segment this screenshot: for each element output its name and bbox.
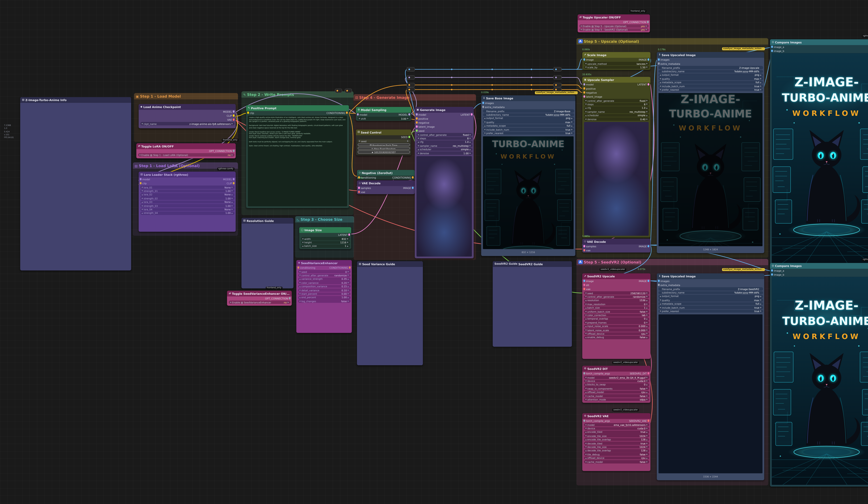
compare-image-preview[interactable] (772, 277, 868, 485)
output-port[interactable] (648, 372, 649, 374)
toggle-row[interactable]: ◀Enable ▤ Step 5 - Upscale (Optional)yes… (579, 24, 648, 28)
output-port[interactable] (232, 178, 235, 180)
compare-image-preview[interactable] (772, 53, 868, 263)
input-port[interactable] (140, 182, 142, 184)
output-port[interactable] (648, 92, 649, 93)
output-port[interactable] (648, 95, 649, 97)
widget-row[interactable]: ◀decode_tiledtrue▶ (583, 442, 649, 445)
output-port[interactable] (346, 112, 348, 114)
widget-row[interactable]: ◀strength_041.00▶ (140, 212, 234, 215)
node-header[interactable]: ◎Compare Images (770, 39, 868, 45)
node-toggle-lora[interactable]: ⇄Toggle LoRA ON/OFF OPT_CONNECTION ◀Enab… (136, 143, 236, 158)
note-resolution-guide[interactable]: ▤Resolution Guide (241, 218, 293, 288)
node-negative-zeroout[interactable]: ◇Negative (ZeroOut) conditioning CONDITI… (357, 170, 415, 179)
widget-row[interactable]: ◀color_variance0.20▶ (298, 281, 350, 285)
output-port[interactable] (471, 125, 473, 127)
widget-row[interactable]: ◀output_formatpng▶ (658, 295, 763, 298)
node-generate-image[interactable]: ▣Generate Image model LATENT positive ne… (415, 107, 474, 258)
input-port[interactable] (482, 106, 484, 108)
output-port[interactable] (648, 83, 649, 85)
input-port[interactable] (579, 21, 581, 23)
widget-row[interactable]: ◀offload_modelcpu▶ (583, 391, 649, 394)
widget-row[interactable]: ◀upscale_methodlanczos▶ (583, 62, 649, 65)
output-port[interactable] (761, 284, 763, 286)
widget-row[interactable]: ◀control_after_generatefixed▶ (583, 99, 649, 102)
output-port[interactable] (232, 150, 235, 152)
widget-row[interactable]: ◀max_resolution0▶ (583, 302, 649, 306)
widget-row[interactable]: ◀swap_io_componentsfalse▶ (583, 387, 649, 390)
widget-row[interactable]: ◀denoise0.40▶ (583, 117, 649, 121)
widget-row[interactable]: ◀shift3.00▶ (357, 117, 410, 120)
input-port[interactable] (583, 59, 585, 60)
node-seed-variance-enhancer[interactable]: ◈SeedVarianceEnhancer conditioning CONDI… (296, 260, 352, 333)
input-port[interactable] (416, 125, 418, 127)
node-vae-decode[interactable]: ◇VAE Decode samples IMAGE vae (357, 180, 415, 194)
node-header[interactable]: ◆Load Anime Checkpoint (139, 104, 236, 110)
input-port[interactable] (583, 88, 585, 90)
output-port[interactable] (408, 136, 410, 138)
node-upscale-sampler[interactable]: ▣Upscale Sampler model LATENT positive n… (582, 77, 650, 238)
widget-row[interactable]: ◀resolution1536▶ (583, 299, 649, 302)
output-port[interactable] (648, 288, 649, 290)
widget-row[interactable]: ◀enable_debugfalse▶ (583, 336, 649, 339)
widget-row[interactable]: ◀sampler_nameres_multistep▶ (583, 110, 649, 113)
widget-row[interactable]: ◀modelseedvr2_ema_3b-Q4_K_M.gguf▶ (583, 376, 649, 379)
node-header[interactable]: ◎Compare Images (770, 263, 868, 268)
widget-row[interactable]: ◀blocks_to_swap0▶ (583, 383, 649, 387)
widget-row[interactable]: ◀qualitymax▶ (658, 299, 763, 302)
input-port[interactable] (482, 102, 484, 104)
widget-row[interactable]: ◀variance_strength0.35▶ (298, 277, 350, 281)
widget-row[interactable]: ◀include_batch_numtrue▶ (483, 128, 574, 131)
workflow-canvas[interactable]: 7.23681.00.424v.101FPS 84.81 ▣Step 1 - L… (0, 0, 868, 504)
output-port[interactable] (232, 119, 235, 121)
input-port[interactable] (583, 420, 585, 422)
input-port[interactable] (658, 284, 660, 286)
input-port[interactable] (357, 114, 359, 115)
widget-row[interactable]: ◀batch_size1▶ (301, 245, 350, 248)
widget-row[interactable]: ◀decode_tile_overlap128▶ (583, 449, 649, 452)
output-port[interactable] (761, 59, 763, 60)
toggle-row[interactable]: ◀Enable ▤ SeedVarianceEnhancerno▶ (228, 301, 290, 304)
input-port[interactable] (300, 234, 302, 236)
widget-row[interactable]: ◀prefer_nearesttrue▶ (658, 88, 763, 92)
output-port[interactable] (761, 280, 763, 282)
input-port[interactable] (583, 284, 585, 286)
node-header[interactable]: ⇓Save Upscaled Image (657, 274, 764, 279)
widget-row[interactable]: ◀detail_variance0.10▶ (298, 288, 350, 292)
node-model-sampling[interactable]: ⚙Model Sampling model MODEL ◀shift3.00▶ (356, 107, 411, 121)
output-port[interactable] (648, 280, 649, 282)
widget-row[interactable]: ◀control_after_generaterandomize▶ (298, 274, 350, 277)
input-port[interactable] (298, 267, 299, 268)
widget-row[interactable]: ◀qualitymax▶ (658, 77, 763, 80)
input-port[interactable] (658, 280, 660, 282)
widget-row[interactable]: ◀offload_devicecpu▶ (583, 332, 649, 335)
node-header[interactable]: ⚙Model Sampling (356, 107, 411, 113)
output-port[interactable] (761, 63, 763, 65)
widget-row[interactable]: ◀lora_04None▶ (140, 208, 234, 211)
output-port[interactable] (648, 88, 649, 90)
node-toggle-upscaler[interactable]: ⇄Toggle Upscaler ON/OFF OPT_CONNECTION ◀… (578, 14, 650, 32)
widget-row[interactable]: ◀steps8▶ (416, 137, 472, 140)
node-image-size[interactable]: ▢Image Size LATENT ◀width832▶ ◀height121… (299, 227, 351, 249)
toggle-row[interactable]: ◀Enable ▤ Step 1 - Load LoRA (Optional)n… (138, 153, 234, 157)
widget-row[interactable]: ◀cache_modelfalse▶ (583, 460, 649, 463)
widget-row[interactable]: ◀input_noise_scale0.000▶ (583, 325, 649, 328)
widget-row[interactable]: ◀metadata_scopefull▶ (483, 124, 574, 127)
node-header[interactable]: ⇄Toggle LoRA ON/OFF (136, 143, 236, 149)
output-port[interactable] (471, 122, 473, 123)
node-seedvr2-vae[interactable]: ⚙SeedVR2 VAE torch_compile_args SEEDVR2_… (582, 413, 650, 471)
seed-widget[interactable]: ◀seed▶ (357, 140, 410, 143)
node-save-base-image[interactable]: ⇓Save Base Image images extra_metadata ◀… (481, 95, 575, 256)
node-header[interactable]: ⚙SeedVR2 DiT (582, 366, 650, 371)
widget-row[interactable]: ◀prefer_nearesttrue▶ (658, 309, 763, 313)
node-header[interactable]: ▣Upscale Sampler (582, 77, 650, 82)
input-port[interactable] (583, 95, 585, 97)
node-header[interactable]: ⚙SeedVR2 VAE (582, 413, 650, 419)
input-port[interactable] (583, 245, 585, 247)
widget-row[interactable]: ◀attention_modesdpa▶ (583, 398, 649, 401)
input-port[interactable] (140, 178, 142, 180)
widget-row[interactable]: ◀devicecuda:0▶ (583, 427, 649, 430)
widget-row[interactable]: ◀batch_size1▶ (583, 306, 649, 309)
output-port[interactable] (232, 182, 235, 184)
widget-row[interactable]: ◀metadata_scopefull▶ (658, 81, 763, 84)
